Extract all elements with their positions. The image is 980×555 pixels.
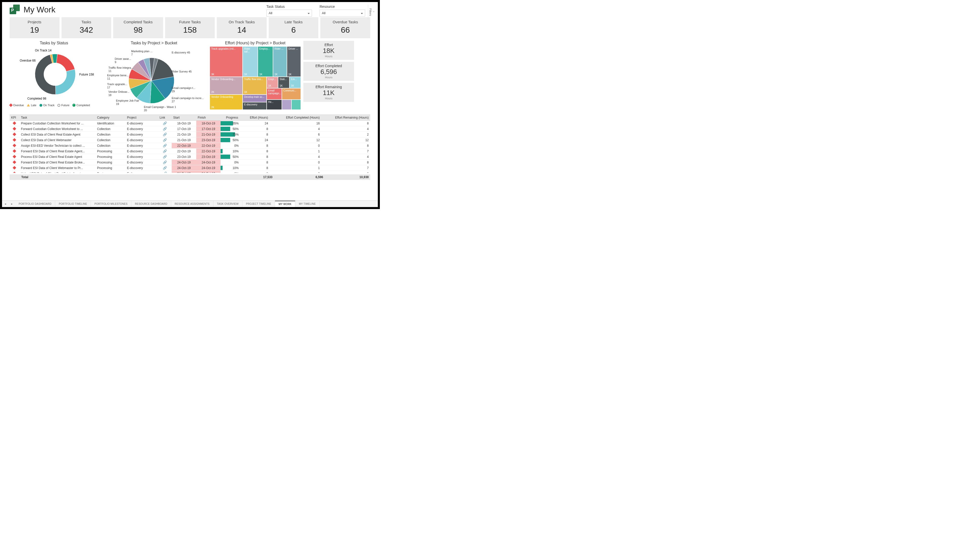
treemap-cell[interactable]: Traffic flow inte...1K xyxy=(243,77,267,95)
table-row[interactable]: Collect ESI Data of Client Real Estate A… xyxy=(10,132,370,137)
task-status-dropdown[interactable]: All xyxy=(266,10,312,16)
pie-label: E-discovery 45 xyxy=(172,51,190,54)
column-header[interactable]: Finish xyxy=(196,115,221,120)
resource-dropdown[interactable]: All xyxy=(320,10,365,16)
project-logo-icon: P xyxy=(10,5,20,15)
kpi-unit: Hours xyxy=(303,76,354,79)
effort-kpi-card[interactable]: Effort Remaining11KHours xyxy=(303,83,354,102)
treemap-cell[interactable]: E-discovery xyxy=(243,102,267,110)
report-tab[interactable]: PROJECT TIMELINE xyxy=(242,201,275,207)
treemap-cell[interactable]: He... xyxy=(267,99,282,110)
kpi-card[interactable]: Projects19 xyxy=(10,17,59,38)
report-tab[interactable]: PORTFOLIO DASHBOARD xyxy=(15,201,55,207)
treemap-cell[interactable]: Rider saf...1K xyxy=(243,47,258,77)
chevron-down-icon xyxy=(361,11,363,15)
effort-completed-cell: 0 xyxy=(270,171,321,173)
treemap-value: 3K xyxy=(211,73,214,76)
tasks-table-scroll[interactable]: KPITaskCategoryProjectLinkStartFinishPro… xyxy=(10,115,370,173)
report-tab[interactable]: MY TIMELINE xyxy=(295,201,320,207)
finish-cell: 24-Oct-19 xyxy=(196,160,221,165)
tab-prev-button[interactable]: ◄ xyxy=(2,202,9,205)
treemap-cell[interactable]: Vendor Onboarding...2K xyxy=(210,77,243,95)
report-tab[interactable]: PORTFOLIO TIMELINE xyxy=(55,201,91,207)
effort-completed-cell: 6 xyxy=(270,132,321,137)
treemap-cell[interactable]: Email campaign... xyxy=(267,88,282,99)
link-icon[interactable]: 🔗 xyxy=(163,155,167,159)
treemap-cell[interactable]: Empl...1K xyxy=(267,77,278,88)
treemap-cell[interactable] xyxy=(282,99,291,110)
link-icon[interactable]: 🔗 xyxy=(163,144,167,148)
column-header[interactable]: Effort Remaining (Hours) xyxy=(321,115,370,120)
effort-kpi-card[interactable]: Effort Completed6,596Hours xyxy=(303,62,354,81)
table-row[interactable]: Forward Custodian Collection Worksheet t… xyxy=(10,126,370,132)
treemap-cell[interactable]: Employ...1K xyxy=(258,47,273,77)
kpi-card[interactable]: On Track Tasks14 xyxy=(217,17,267,38)
link-icon[interactable]: 🔗 xyxy=(163,172,167,173)
report-tab[interactable]: TASK OVERVIEW xyxy=(213,201,243,207)
link-icon[interactable]: 🔗 xyxy=(163,121,167,125)
link-icon[interactable]: 🔗 xyxy=(163,127,167,131)
column-header[interactable]: Project xyxy=(125,115,158,120)
kpi-card[interactable]: Overdue Tasks66 xyxy=(320,17,370,38)
link-icon[interactable]: 🔗 xyxy=(163,149,167,153)
table-row[interactable]: Assign ESI-EED Vendor Technician to coll… xyxy=(10,143,370,149)
effort-kpi-card[interactable]: Effort18KHours xyxy=(303,41,354,60)
tasks-by-project-chart[interactable]: Tasks by Project > Bucket E-discovery 45… xyxy=(101,41,207,113)
project-cell: E-discovery xyxy=(125,149,158,154)
link-icon[interactable]: 🔗 xyxy=(163,138,167,142)
treemap-cell[interactable]: Communi... xyxy=(282,88,301,99)
kpi-label: Late Tasks xyxy=(269,20,318,24)
tab-next-button[interactable]: ► xyxy=(9,202,15,205)
link-icon[interactable]: 🔗 xyxy=(163,133,167,136)
link-icon[interactable]: 🔗 xyxy=(163,160,167,164)
pie-label: Vendor Onboar...18 xyxy=(109,90,129,97)
treemap-cell[interactable]: Develop train sc... xyxy=(243,95,267,102)
overdue-diamond-icon xyxy=(13,138,16,141)
treemap-cell[interactable]: Stati...1K xyxy=(278,77,289,88)
kpi-card[interactable]: Completed Tasks98 xyxy=(113,17,163,38)
kpi-card[interactable]: Future Tasks158 xyxy=(165,17,215,38)
table-row[interactable]: Forward ESI Data of Client Real Estate B… xyxy=(10,160,370,165)
treemap-label: Track upgrades (mil... xyxy=(211,47,235,50)
tasks-by-status-chart[interactable]: Tasks by Status On Track 14 Overdue 66 C… xyxy=(10,41,98,113)
treemap-cell[interactable] xyxy=(291,99,301,110)
filters-label: Filters xyxy=(369,8,372,16)
table-row[interactable]: Upload ESI Data of Client Real Estate Ag… xyxy=(10,171,370,173)
kpi-card[interactable]: Late Tasks6 xyxy=(269,17,318,38)
column-header[interactable]: Progress xyxy=(221,115,240,120)
legend-completed: Completed xyxy=(72,104,90,107)
column-header[interactable]: Effort Completed (Hours) xyxy=(270,115,321,120)
report-tab[interactable]: MY WORK xyxy=(275,201,295,207)
table-row[interactable]: Prepare Custodian Collection Worksheet f… xyxy=(10,120,370,126)
treemap-cell[interactable]: Rider ...1K xyxy=(273,47,287,77)
treemap-label: E-discovery xyxy=(244,103,257,106)
table-row[interactable]: Process ESI Data of Client Real Estate A… xyxy=(10,154,370,160)
kpi-card[interactable]: Tasks342 xyxy=(62,17,112,38)
column-header[interactable]: Effort (Hours) xyxy=(240,115,269,120)
treemap-cell[interactable]: Track upgrades (mil...3K xyxy=(210,47,243,77)
filters-pane-toggle[interactable]: ‹ Filters xyxy=(368,5,376,20)
column-header[interactable]: Link xyxy=(158,115,172,120)
start-cell: 17-Oct-19 xyxy=(172,126,196,132)
report-tab[interactable]: RESOURCE DASHBOARD xyxy=(131,201,171,207)
table-row[interactable]: Forward ESI Data of Client Webmaster to … xyxy=(10,165,370,171)
table-row[interactable]: Forward ESI Data of Client Real Estate A… xyxy=(10,149,370,154)
start-cell: 23-Oct-19 xyxy=(172,154,196,160)
treemap-cell[interactable]: Vendor Onboarding2K xyxy=(210,95,243,110)
table-row[interactable]: Collect ESI Data of Client Webmaster Col… xyxy=(10,137,370,143)
report-tab[interactable]: PORTFOLIO MILESTONES xyxy=(91,201,131,207)
treemap-label: Em... xyxy=(291,78,297,80)
effort-remaining-cell: 7 xyxy=(321,165,370,171)
link-icon[interactable]: 🔗 xyxy=(163,166,167,170)
treemap-cell[interactable]: Driver ...1K xyxy=(287,47,301,77)
column-header[interactable]: Category xyxy=(96,115,125,120)
column-header[interactable]: KPI xyxy=(10,115,19,120)
report-tab[interactable]: RESOURCE ASSIGNMENTS xyxy=(171,201,213,207)
kpi-label: Effort xyxy=(303,43,354,47)
column-header[interactable]: Task xyxy=(19,115,96,120)
effort-cell: 8 xyxy=(240,154,269,160)
effort-by-project-chart[interactable]: Effort (Hours) by Project > Bucket Track… xyxy=(210,41,301,113)
total-completed: 6,596 xyxy=(272,175,323,179)
treemap-cell[interactable]: Em...1K xyxy=(289,77,301,88)
column-header[interactable]: Start xyxy=(172,115,196,120)
